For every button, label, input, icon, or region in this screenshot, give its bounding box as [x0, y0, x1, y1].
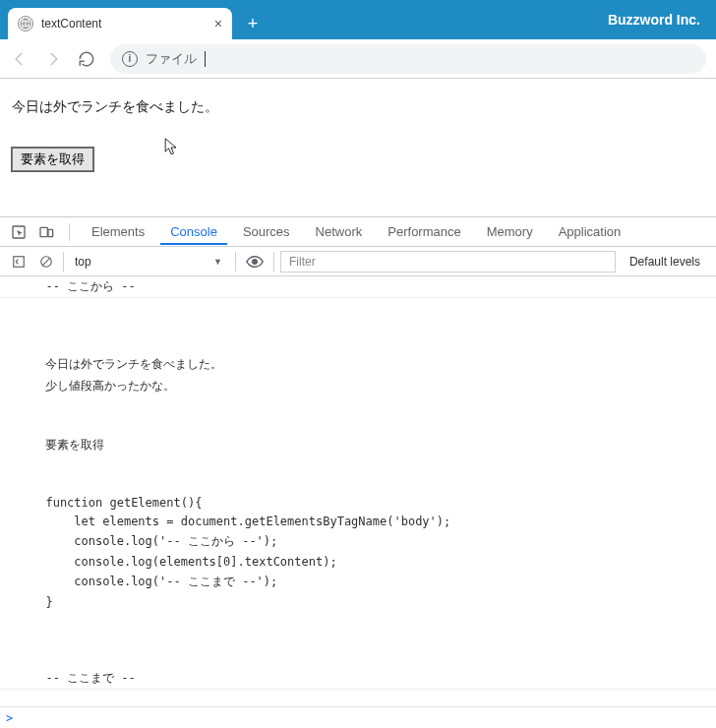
get-element-button[interactable]: 要素を取得	[12, 148, 93, 171]
tab-network[interactable]: Network	[306, 218, 373, 245]
console-line	[0, 475, 716, 494]
divider	[273, 252, 274, 272]
filter-input[interactable]: Filter	[280, 251, 616, 273]
console-line	[0, 335, 716, 354]
tab-application[interactable]: Application	[549, 218, 631, 245]
chevron-down-icon: ▼	[213, 257, 222, 267]
console-line	[0, 317, 716, 335]
context-selector[interactable]: top ▼	[70, 251, 229, 273]
console-line	[0, 298, 716, 317]
console-output[interactable]: -- ここから -- 今日は外でランチを食べました。 少し値段高かったかな。 要…	[0, 276, 716, 706]
divider	[69, 223, 70, 241]
tab-console[interactable]: Console	[160, 218, 227, 245]
console-line: 少し値段高かったかな。	[0, 376, 716, 397]
svg-rect-4	[14, 256, 25, 267]
console-line: console.log(elements[0].textContent);	[0, 553, 716, 572]
prompt-chevron-icon: >	[6, 711, 13, 725]
console-line: console.log('-- ここから --');	[0, 531, 716, 553]
console-line: -- ここまで --	[0, 668, 716, 690]
log-levels-selector[interactable]: Default levels	[622, 255, 708, 269]
brand-label: Buzzword Inc.	[608, 12, 700, 28]
tab-performance[interactable]: Performance	[378, 218, 470, 245]
svg-point-6	[253, 259, 258, 264]
tab-title: textContent	[41, 17, 207, 30]
console-line: function getElement(){	[0, 494, 716, 513]
console-line	[0, 397, 716, 416]
console-prompt[interactable]: >	[0, 706, 716, 728]
forward-button[interactable]	[43, 49, 63, 69]
console-line: }	[0, 593, 716, 612]
live-expression-icon[interactable]	[242, 251, 268, 273]
svg-rect-2	[40, 227, 47, 236]
tab-sources[interactable]: Sources	[233, 218, 300, 245]
console-line	[0, 631, 716, 649]
svg-rect-3	[48, 229, 53, 236]
page-viewport: 今日は外でランチを食べました。 要素を取得	[0, 79, 716, 216]
tab-elements[interactable]: Elements	[82, 218, 154, 245]
console-line: let elements = document.getElementsByTag…	[0, 513, 716, 531]
tab-memory[interactable]: Memory	[477, 218, 543, 245]
console-line: 今日は外でランチを食べました。	[0, 354, 716, 376]
context-value: top	[75, 255, 91, 269]
console-line	[0, 416, 716, 435]
new-tab-button[interactable]: +	[240, 11, 266, 36]
inspect-icon[interactable]	[8, 221, 30, 243]
browser-tab-active[interactable]: textContent ×	[8, 8, 232, 39]
back-button[interactable]	[10, 49, 30, 69]
console-line	[0, 612, 716, 631]
filter-placeholder: Filter	[289, 255, 316, 269]
divider	[63, 252, 64, 272]
text-cursor	[205, 51, 206, 67]
mouse-cursor-icon	[164, 138, 178, 157]
browser-titlebar: textContent × + Buzzword Inc.	[0, 0, 716, 39]
devtools-panel: Elements Console Sources Network Perform…	[0, 216, 716, 728]
device-toggle-icon[interactable]	[35, 221, 57, 243]
console-line: -- ここから --	[0, 276, 716, 298]
page-paragraph: 今日は外でランチを食べました。	[12, 98, 704, 116]
clear-console-icon[interactable]	[35, 251, 57, 273]
info-icon: i	[122, 51, 138, 67]
console-line: 要素を取得	[0, 435, 716, 456]
console-line	[0, 649, 716, 668]
divider	[235, 252, 236, 272]
console-sidebar-toggle-icon[interactable]	[8, 251, 30, 273]
url-text: ファイル	[146, 50, 197, 68]
address-bar: i ファイル	[0, 39, 716, 79]
close-icon[interactable]: ×	[214, 16, 222, 31]
console-line	[0, 456, 716, 475]
console-line: console.log('-- ここまで --');	[0, 572, 716, 593]
url-box[interactable]: i ファイル	[110, 44, 706, 74]
globe-icon	[18, 16, 33, 31]
reload-button[interactable]	[77, 49, 96, 69]
console-toolbar: top ▼ Filter Default levels	[0, 247, 716, 276]
devtools-tabs: Elements Console Sources Network Perform…	[0, 217, 716, 247]
